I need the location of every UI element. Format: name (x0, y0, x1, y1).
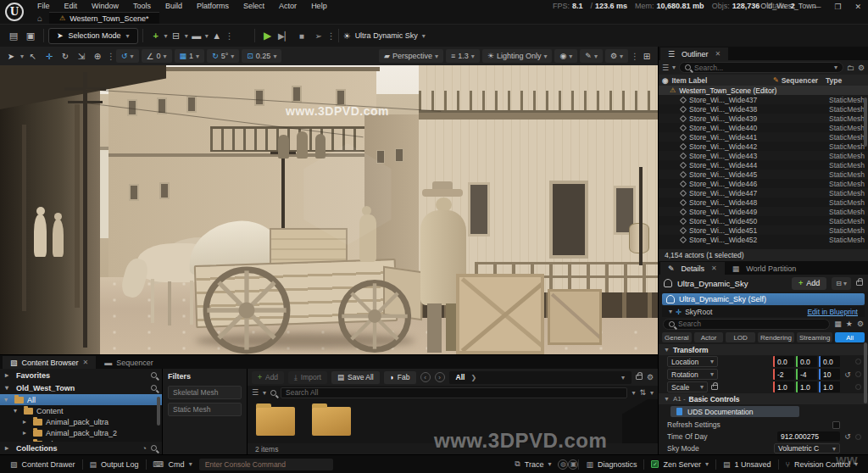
menu-select[interactable]: Select (243, 2, 264, 10)
unsaved-button[interactable]: ▤ 1 Unsaved (716, 455, 778, 473)
minimize-icon[interactable]: — (813, 3, 821, 11)
scale-z-field[interactable]: 1.0 (819, 381, 840, 392)
details-tab-lod[interactable]: LOD (726, 332, 755, 342)
menu-actor[interactable]: Actor (279, 2, 297, 10)
home-icon[interactable]: ⌂ (37, 14, 42, 23)
rotation-x-field[interactable]: -2 (773, 369, 794, 380)
cmd-button[interactable]: ⌨ Cmd ▾ (147, 455, 199, 473)
details-tab-general[interactable]: General (662, 332, 692, 342)
forward-icon[interactable]: › (435, 372, 445, 382)
menu-platforms[interactable]: Platforms (197, 2, 229, 10)
outliner-row[interactable]: Store_Wi..._Wide450StaticMesh (659, 216, 868, 225)
reset-icon[interactable]: ↺ (843, 370, 852, 379)
editor-modes-icon[interactable]: ▲ (209, 28, 225, 43)
surface-snap-button[interactable]: ↺▾ (116, 49, 139, 63)
blueprints-icon[interactable]: ⊟ (168, 28, 185, 43)
details-scrollbar[interactable] (864, 342, 867, 403)
outliner-row[interactable]: Store_Wi..._Wide448StaticMesh (659, 198, 868, 207)
level-tab[interactable]: ⚠ Western_Town_Scene* (49, 12, 159, 24)
cinematics-icon[interactable]: ▬ (188, 28, 205, 43)
refresh-settings-checkbox[interactable] (832, 421, 840, 429)
menu-window[interactable]: Window (92, 2, 119, 10)
asset-folder[interactable] (256, 407, 295, 436)
close-icon[interactable]: ✕ (854, 3, 861, 11)
scale-tool-icon[interactable]: ⇲ (75, 49, 88, 63)
back-icon[interactable]: ‹ (420, 372, 431, 382)
collections-section[interactable]: ▸Collections ◔ (0, 442, 162, 454)
scale-snap-button[interactable]: ⊡0.25▾ (242, 49, 281, 63)
filter-static-mesh[interactable]: Static Mesh (168, 403, 242, 416)
add-button[interactable]: +Add (252, 371, 284, 384)
outliner-root-row[interactable]: ⚠ Western_Town_Scene (Editor) (659, 86, 868, 95)
tab-world-partition[interactable]: ▦ World Partition (725, 262, 804, 275)
rotate-tool-icon[interactable]: ↻ (58, 49, 72, 63)
breadcrumb[interactable]: All ❯ ▾ (449, 371, 632, 384)
outliner-scrollbar[interactable] (864, 97, 867, 147)
reset-icon[interactable]: ↺ (843, 432, 852, 441)
filter-skeletal-mesh[interactable]: Skeletal Mesh (168, 386, 242, 399)
snapshot-icon[interactable]: ◍ (558, 459, 568, 470)
details-tab-rendering[interactable]: Rendering (758, 332, 794, 342)
outliner-row[interactable]: Store_Wi..._Wide437StaticMesh (659, 95, 868, 104)
outliner-search-input[interactable] (694, 64, 831, 72)
details-tab-all[interactable]: All (835, 332, 865, 342)
content-drawer-button[interactable]: ▧ Content Drawer (3, 455, 82, 473)
add-actor-icon[interactable]: + (147, 28, 164, 43)
edit-in-blueprint-link[interactable]: Edit in Blueprint (807, 308, 858, 316)
outliner-row[interactable]: Store_Wi..._Wide452StaticMesh (659, 235, 868, 244)
outliner-row[interactable]: Store_Wi..._Wide439StaticMesh (659, 114, 868, 123)
sky-mode-dropdown[interactable]: Volumetric C▾ (774, 443, 840, 454)
lock-icon[interactable] (711, 385, 718, 390)
close-icon[interactable]: ✕ (711, 264, 717, 272)
close-icon[interactable]: ✕ (83, 359, 89, 366)
project-section[interactable]: ▾Old_West_Town (0, 381, 162, 394)
selection-mode-button[interactable]: ➤ Selection Mode ▾ (48, 28, 138, 44)
lock-icon[interactable] (856, 281, 863, 286)
rotation-snap-button[interactable]: ↻5°▾ (207, 49, 239, 63)
revision-control-button[interactable]: ⑂ Revision Control ▾ (779, 455, 865, 473)
tree-item-content[interactable]: ▾Content (0, 405, 162, 416)
details-tab-streaming[interactable]: Streaming (797, 332, 832, 342)
viewport-scene[interactable]: www.3DPVD.com (0, 65, 658, 354)
tree-item-animal_pack_ultra_2[interactable]: ▸Animal_pack_ultra_2 (0, 427, 162, 438)
search-icon[interactable] (151, 372, 157, 378)
details-tab-actor[interactable]: Actor (694, 332, 724, 342)
grid-snap-button[interactable]: ▦1▾ (175, 49, 205, 63)
component-skyroot-row[interactable]: ▾ ✛ SkyRoot Edit in Blueprint (662, 306, 865, 317)
tree-scrollbar[interactable] (157, 397, 160, 426)
new-folder-icon[interactable]: 🗀 (847, 64, 854, 72)
outliner-row[interactable]: Store_Wi..._Wide442StaticMesh (659, 142, 868, 151)
toolbar-overflow-icon[interactable]: ⋮ (225, 31, 232, 41)
show-flags-button[interactable]: ◉▾ (554, 49, 577, 63)
zen-server-button[interactable]: ✓ Zen Server ▾ (644, 455, 715, 473)
console-command-input[interactable] (199, 459, 333, 470)
add-component-button[interactable]: +Add (792, 277, 826, 290)
fab-button[interactable]: ◗Fab (384, 371, 416, 384)
launch-icon[interactable]: ➢ (310, 28, 327, 43)
restore-icon[interactable]: ❐ (834, 3, 841, 11)
tree-item-all[interactable]: ▾All (0, 394, 162, 405)
tree-item-animal_pack_ultra[interactable]: ▸Animal_pack_ultra (0, 416, 162, 427)
history-icon[interactable]: ◔ (142, 444, 147, 453)
basic-controls-section-header[interactable]: ▼ A1 - Basic Controls (659, 393, 868, 404)
screenshot-icon[interactable]: ▣ (568, 459, 578, 470)
transform-overflow-icon[interactable]: ⋮ (107, 52, 114, 61)
menu-build[interactable]: Build (165, 2, 182, 10)
menu-tools[interactable]: Tools (133, 2, 151, 10)
menu-file[interactable]: File (37, 2, 50, 10)
settings-gear-icon[interactable]: ⚙ (857, 320, 864, 328)
settings-gear-icon[interactable]: ⚙ (647, 373, 654, 381)
save-icon[interactable]: ▤ (5, 28, 22, 43)
outliner-row[interactable]: Store_Wi..._Wide446StaticMesh (659, 179, 868, 188)
eye-icon[interactable]: ◉ (662, 76, 668, 85)
rotation-y-field[interactable]: -4 (796, 369, 817, 380)
tree-item-characters[interactable]: ▸Characters (0, 438, 162, 442)
stop-icon[interactable]: ■ (293, 28, 310, 43)
tab-sequencer[interactable]: ▬ Sequencer (97, 356, 161, 369)
transform-section-header[interactable]: ▼Transform (659, 344, 868, 355)
asset-search-input[interactable] (281, 387, 627, 398)
unreal-logo-icon[interactable]: U (5, 3, 24, 21)
outliner-row[interactable]: Store_Wi..._Wide447StaticMesh (659, 188, 868, 198)
tab-content-browser[interactable]: ▧ Content Browser ✕ (3, 356, 96, 369)
viewport-settings-button[interactable]: ⚙▾ (605, 49, 628, 63)
